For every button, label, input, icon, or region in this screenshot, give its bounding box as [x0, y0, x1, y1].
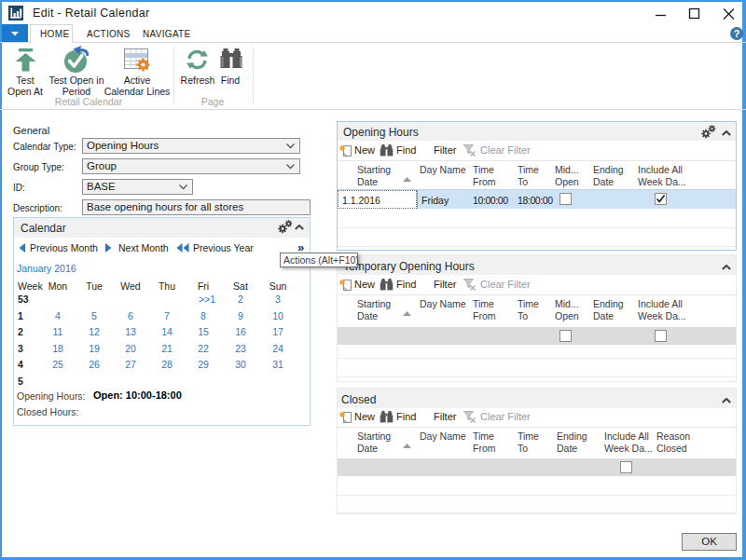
svg-text:?: ?	[734, 28, 740, 39]
